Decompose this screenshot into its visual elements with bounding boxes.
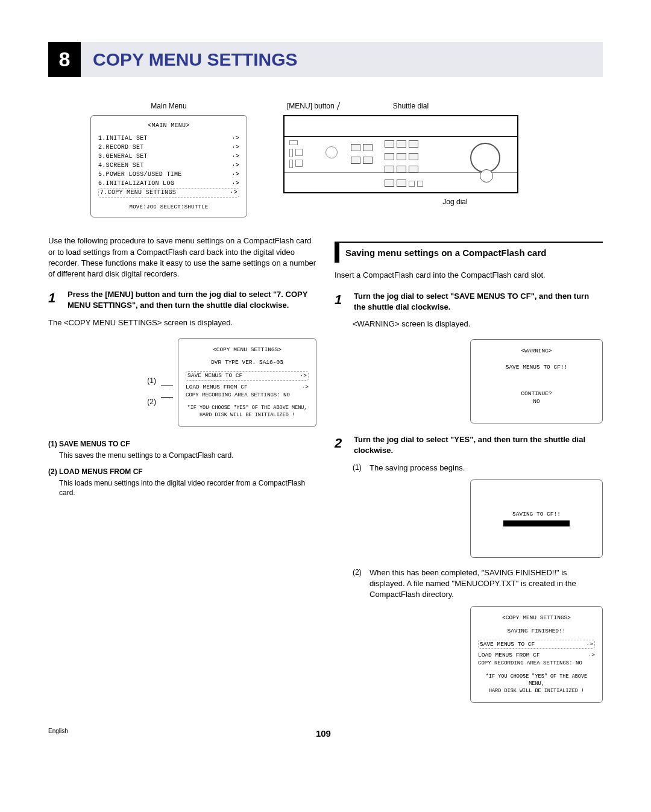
- osd-warn-line: SAVE MENUS TO CF!!: [478, 363, 595, 371]
- osd-row-save: SAVE MENUS TO CF·>: [478, 640, 595, 649]
- menu-item-label: 5.POWER LOSS/USED TIME: [98, 170, 182, 179]
- osd-continue: CONTINUE?: [478, 390, 595, 398]
- osd-row-load: LOAD MENUS FROM CF·>: [186, 383, 309, 392]
- intro-paragraph: Use the following procedure to save menu…: [48, 236, 316, 280]
- copy-menu-osd: <COPY MENU SETTINGS> DVR TYPE VER. SA16-…: [178, 338, 316, 428]
- warning-osd: <WARNING> SAVE MENUS TO CF!! CONTINUE? N…: [470, 339, 603, 423]
- arrow-icon: ·>: [302, 383, 309, 392]
- arrow-icon: ·>: [231, 170, 239, 179]
- menu-button-label: [MENU] button: [287, 101, 335, 111]
- step-text: Press the [MENU] button and turn the jog…: [68, 289, 316, 311]
- substep-tag: (2): [353, 567, 370, 601]
- osd-line: 2.RECORD SET·>: [98, 143, 239, 152]
- arrow-icon: ·>: [587, 640, 593, 648]
- def-1-head: (1) SAVE MENUS TO CF: [48, 439, 316, 449]
- osd-title: <MAIN MENU>: [98, 122, 239, 130]
- jog-dial-label: Jog dial: [392, 197, 518, 207]
- osd-line: 1.INITIAL SET·>: [98, 134, 239, 143]
- arrow-icon: ·>: [230, 189, 237, 197]
- def-1-body: This saves the menu settings to a Compac…: [48, 451, 316, 461]
- right-step-1: 1 Turn the jog dial to select "SAVE MENU…: [335, 291, 603, 313]
- saving-osd: SAVING TO CF!!: [470, 479, 603, 558]
- step-aftertext: <WARNING> screen is displayed.: [353, 319, 603, 329]
- arrow-icon: ·>: [231, 179, 239, 188]
- osd-item-label: LOAD MENUS FROM CF: [186, 383, 248, 392]
- step-number: 1: [335, 291, 348, 313]
- osd-warn-1: *IF YOU CHOOSE "YES" OF THE ABOVE MENU,: [478, 673, 595, 688]
- osd-row-load: LOAD MENUS FROM CF·>: [478, 651, 595, 660]
- def-2-head: (2) LOAD MENUS FROM CF: [48, 467, 316, 477]
- menu-item-label: 7.COPY MENU SETTINGS: [100, 189, 176, 197]
- page-footer: English 109: [48, 727, 603, 740]
- substep-tag: (1): [353, 463, 370, 473]
- device-front-panel: [283, 115, 518, 193]
- osd-highlight: 7.COPY MENU SETTINGS·>: [98, 188, 239, 198]
- diagram-row: Main Menu <MAIN MENU> 1.INITIAL SET·> 2.…: [48, 101, 603, 217]
- callout-2: (2): [147, 397, 156, 407]
- saving-text: SAVING TO CF!!: [478, 510, 595, 518]
- arrow-icon: ·>: [231, 143, 239, 152]
- menu-item-label: 6.INITIALIZATION LOG: [98, 179, 174, 188]
- shuttle-dial-label: Shuttle dial: [393, 101, 429, 111]
- osd-line: 5.POWER LOSS/USED TIME·>: [98, 170, 239, 179]
- osd-copyarea: COPY RECORDING AREA SETTINGS: NO: [186, 392, 309, 399]
- arrow-icon: ·>: [300, 372, 307, 379]
- osd-item-label: SAVE MENUS TO CF: [187, 372, 242, 379]
- step-1: 1 Press the [MENU] button and turn the j…: [48, 289, 316, 311]
- right-column: Saving menu settings on a CompactFlash c…: [335, 236, 603, 702]
- chapter-header: 8 COPY MENU SETTINGS: [48, 42, 603, 77]
- osd-title: <COPY MENU SETTINGS>: [478, 614, 595, 622]
- menu-item-label: 4.SCREEN SET: [98, 161, 144, 170]
- chapter-title: COPY MENU SETTINGS: [81, 42, 603, 77]
- def-2-body: This loads menu settings into the digita…: [48, 478, 316, 499]
- osd-item-label: SAVE MENUS TO CF: [480, 640, 535, 648]
- substep-text: When this has been completed, "SAVING FI…: [370, 567, 603, 601]
- progress-bar-icon: [503, 520, 570, 526]
- left-column: Use the following procedure to save menu…: [48, 236, 316, 702]
- menu-item-label: 3.GENERAL SET: [98, 152, 148, 161]
- arrow-icon: ·>: [231, 134, 239, 143]
- main-menu-osd: <MAIN MENU> 1.INITIAL SET·> 2.RECORD SET…: [90, 115, 247, 218]
- substep-text: The saving process begins.: [370, 463, 465, 473]
- osd-finished: SAVING FINISHED!!: [478, 627, 595, 635]
- osd-no: NO: [478, 398, 595, 405]
- step-text: Turn the jog dial to select "SAVE MENUS …: [354, 291, 603, 313]
- insert-cf-text: Insert a CompactFlash card into the Comp…: [335, 270, 603, 281]
- arrow-icon: ·>: [231, 161, 239, 170]
- osd-line: 4.SCREEN SET·>: [98, 161, 239, 170]
- osd-title: <COPY MENU SETTINGS>: [186, 346, 309, 354]
- step-aftertext: The <COPY MENU SETTINGS> screen is displ…: [48, 317, 316, 328]
- osd-row-save: SAVE MENUS TO CF·>: [186, 371, 309, 380]
- subsection-title: Saving menu settings on a CompactFlash c…: [345, 246, 597, 259]
- osd-title: <WARNING>: [478, 347, 595, 355]
- callout-1: (1): [147, 376, 156, 386]
- menu-item-label: 2.RECORD SET: [98, 143, 144, 152]
- step-text: Turn the jog dial to select "YES", and t…: [354, 434, 603, 456]
- osd-version: DVR TYPE VER. SA16-03: [186, 358, 309, 366]
- osd-footer: MOVE:JOG SELECT:SHUTTLE: [98, 204, 239, 211]
- osd-copyarea: COPY RECORDING AREA SETTINGS: NO: [478, 660, 595, 667]
- osd-warn-1: *IF YOU CHOOSE "YES" OF THE ABOVE MENU,: [186, 405, 309, 412]
- footer-language: English: [48, 727, 68, 740]
- osd-line: 6.INITIALIZATION LOG·>: [98, 179, 239, 188]
- osd-line: 3.GENERAL SET·>: [98, 152, 239, 161]
- arrow-icon: ·>: [588, 651, 595, 660]
- arrow-icon: ·>: [231, 152, 239, 161]
- main-menu-caption: Main Menu: [90, 101, 247, 111]
- page-number: 109: [316, 727, 331, 740]
- osd-warn-2: HARD DISK WILL BE INITIALIZED !: [478, 688, 595, 695]
- step-number: 1: [48, 289, 61, 311]
- osd-item-label: LOAD MENUS FROM CF: [478, 651, 540, 660]
- shuttle-dial-icon: [470, 143, 500, 173]
- chapter-number: 8: [48, 42, 81, 77]
- jog-dial-icon: [480, 169, 493, 183]
- step-number: 2: [335, 434, 348, 456]
- finished-osd: <COPY MENU SETTINGS> SAVING FINISHED!! S…: [470, 606, 603, 702]
- subsection-bar: Saving menu settings on a CompactFlash c…: [335, 242, 603, 263]
- right-step-2: 2 Turn the jog dial to select "YES", and…: [335, 434, 603, 456]
- osd-warn-2: HARD DISK WILL BE INITIALIZED !: [186, 412, 309, 419]
- menu-item-label: 1.INITIAL SET: [98, 134, 148, 143]
